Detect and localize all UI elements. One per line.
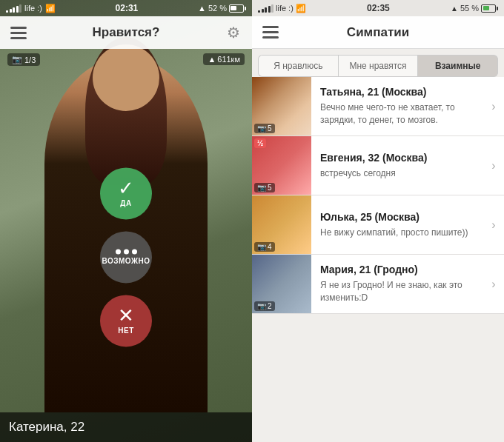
rbar1	[258, 10, 260, 13]
signal-bars-left	[6, 4, 21, 13]
rham-line-1	[262, 26, 279, 28]
bar3	[13, 7, 15, 13]
dot2	[124, 249, 129, 254]
status-bar-right: life :) 📶 02:35 ▲ 55 %	[252, 0, 504, 16]
nav-icon-distance: ▲	[208, 55, 216, 64]
list-item[interactable]: 📷 4 Юлька, 25 (Москва) Не вижу симпатий,…	[252, 195, 504, 255]
photo-count-value: 1/3	[24, 56, 36, 64]
action-buttons: ✓ да возможно ✕ нет	[100, 167, 152, 346]
carrier-right: life :) 📶	[258, 4, 306, 13]
camera-icon-1: 📷	[257, 124, 266, 133]
maybe-label: возможно	[102, 257, 150, 265]
cross-icon: ✕	[118, 306, 134, 325]
user-list: 📷 5 Татьяна, 21 (Москва) Вечно мне чего-…	[252, 77, 504, 442]
user-msg-2: встречусь сегодня	[320, 167, 476, 180]
head-decoration	[93, 44, 159, 111]
wifi-icon-right: 📶	[296, 4, 306, 13]
nav-title-right: Симпатии	[286, 25, 470, 40]
rbar5	[271, 4, 273, 13]
user-info-2: Евгения, 32 (Москва) встречусь сегодня	[311, 136, 483, 195]
user-name-4: Мария, 21 (Гродно)	[320, 264, 476, 275]
maybe-dots	[116, 249, 137, 254]
carrier-name-left: life :)	[24, 4, 42, 13]
rham-line-2	[262, 31, 279, 33]
carrier-left: life :) 📶	[6, 4, 56, 13]
user-thumb-4: 📷 2	[252, 255, 311, 313]
bar5	[19, 4, 21, 13]
nav-arrow-left: ▲	[198, 4, 206, 13]
chevron-icon-2: ›	[483, 136, 504, 195]
signal-bars-right	[258, 4, 273, 13]
battery-fill-left	[231, 6, 236, 10]
tab-like-me[interactable]: Мне нравятся	[338, 55, 419, 77]
user-msg-1: Вечно мне чего-то не хватает, то зарядки…	[320, 101, 476, 127]
hamburger-line-1	[10, 27, 27, 29]
camera-icon-3: 📷	[257, 243, 266, 251]
battery-pct-left: 52 %	[208, 4, 227, 13]
distance-value: 611км	[217, 55, 240, 64]
carrier-name-right: life :)	[276, 4, 294, 13]
user-msg-3: Не вижу симпатий, просто пишите))	[320, 227, 476, 239]
bar4	[16, 6, 19, 13]
battery-body-left	[229, 4, 244, 13]
photo-count-4: 📷 2	[254, 301, 275, 311]
user-name-1: Татьяна, 21 (Москва)	[320, 86, 476, 98]
person-name-left: Катерина, 22	[9, 420, 84, 435]
user-info-4: Мария, 21 (Гродно) Я не из Гродно! И не …	[311, 255, 483, 313]
yes-button[interactable]: ✓ да	[100, 167, 152, 219]
hamburger-line-2	[10, 32, 27, 34]
user-name-2: Евгения, 32 (Москва)	[320, 152, 476, 164]
tab-i-like[interactable]: Я нравлюсь	[258, 55, 338, 77]
menu-button-left[interactable]	[10, 27, 27, 39]
list-item[interactable]: 📷 5 Татьяна, 21 (Москва) Вечно мне чего-…	[252, 77, 504, 136]
list-item[interactable]: ½ 📷 5 Евгения, 32 (Москва) встречусь сег…	[252, 136, 504, 195]
battery-body-right	[481, 4, 496, 13]
battery-shape-left	[229, 4, 246, 13]
user-info-1: Татьяна, 21 (Москва) Вечно мне чего-то н…	[311, 77, 483, 135]
tabs-row: Я нравлюсь Мне нравятся Взаимные	[252, 49, 504, 77]
battery-pct-right: 55 %	[460, 4, 479, 13]
list-item[interactable]: 📷 2 Мария, 21 (Гродно) Я не из Гродно! И…	[252, 255, 504, 314]
chevron-icon-1: ›	[483, 77, 504, 135]
photo-count-2: 📷 5	[254, 183, 275, 192]
time-right: 02:35	[367, 3, 390, 13]
hamburger-line-3	[10, 37, 27, 39]
distance-badge: ▲ 611км	[203, 53, 245, 65]
top-nav-right: Симпатии	[252, 16, 504, 49]
rbar3	[265, 7, 267, 13]
camera-icon-4: 📷	[257, 302, 266, 310]
dot3	[132, 249, 137, 254]
rham-line-3	[262, 36, 279, 38]
settings-icon[interactable]: ⚙	[225, 24, 242, 41]
no-label: нет	[118, 327, 134, 335]
battery-shape-right	[481, 4, 498, 13]
dot1	[116, 249, 121, 254]
battery-right: ▲ 55 %	[451, 4, 498, 13]
check-icon: ✓	[118, 178, 134, 198]
status-bar-left: life :) 📶 02:31 ▲ 52 %	[0, 0, 252, 16]
nav-icon-right: ▲	[451, 4, 458, 13]
chevron-icon-4: ›	[483, 255, 504, 313]
chevron-icon-3: ›	[483, 195, 504, 254]
bar2	[10, 9, 12, 13]
user-thumb-1: 📷 5	[252, 77, 311, 135]
user-name-3: Юлька, 25 (Москва)	[320, 211, 476, 223]
user-badge-2: ½	[254, 138, 266, 148]
rbar4	[268, 6, 271, 13]
battery-left: ▲ 52 %	[198, 4, 246, 13]
menu-button-right[interactable]	[262, 26, 279, 38]
wifi-icon-left: 📶	[45, 4, 56, 13]
maybe-button[interactable]: возможно	[100, 231, 152, 283]
yes-label: да	[120, 199, 131, 207]
tab-mutual[interactable]: Взаимные	[418, 55, 498, 77]
left-panel: life :) 📶 02:31 ▲ 52 % Нравится? ⚙ 📷 1/3	[0, 0, 252, 442]
battery-tip-left	[245, 7, 246, 10]
user-info-3: Юлька, 25 (Москва) Не вижу симпатий, про…	[311, 195, 483, 254]
right-panel: life :) 📶 02:35 ▲ 55 % Симпатии Я нравлю…	[252, 0, 504, 442]
photo-count-3: 📷 4	[254, 242, 275, 252]
bar1	[6, 10, 8, 13]
rbar2	[262, 9, 264, 13]
battery-tip-right	[497, 7, 498, 10]
no-button[interactable]: ✕ нет	[100, 295, 152, 346]
user-thumb-2: ½ 📷 5	[252, 136, 311, 195]
